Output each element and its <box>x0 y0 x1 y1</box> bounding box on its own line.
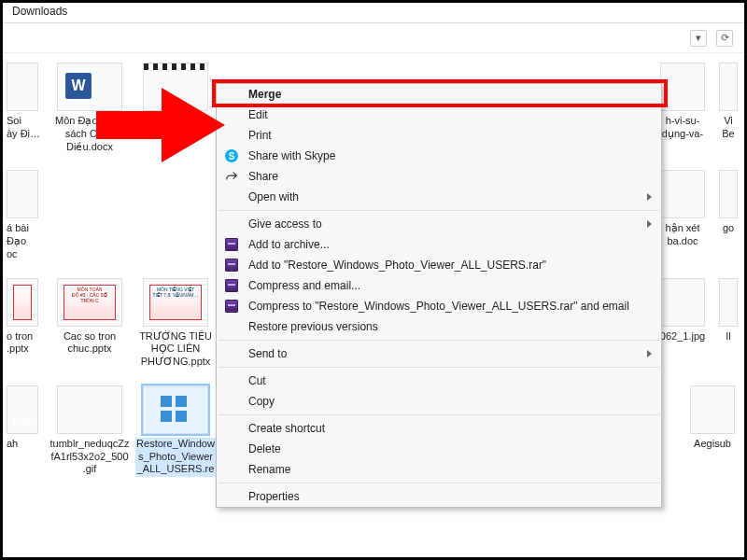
menu-item-cut[interactable]: Cut <box>217 371 661 391</box>
file-label: h-vi-su- dụng-va- <box>662 115 703 141</box>
app-icon <box>690 385 735 434</box>
video-icon <box>143 63 208 111</box>
menu-item-edit[interactable]: Edit <box>217 105 661 125</box>
file-label: Soi ày Đi… <box>7 115 40 141</box>
menu-item-send-to[interactable]: Send to <box>217 343 661 364</box>
file-item[interactable]: 062_1.jpg <box>655 278 711 369</box>
file-item[interactable]: MÔN TOÁN ĐÔ #3 : CÁC SỐ TRÒN C Cac so tr… <box>49 278 130 369</box>
file-item[interactable]: Soi ày Đi… <box>7 63 44 153</box>
skype-icon: S <box>224 148 239 163</box>
winrar-icon <box>224 299 239 314</box>
menu-item-compress-email[interactable]: Compress and email... <box>217 275 661 296</box>
menu-separator <box>218 340 659 341</box>
window-titlebar: Downloads <box>3 3 744 23</box>
file-item[interactable]: go <box>716 170 740 260</box>
menu-item-rename[interactable]: Rename <box>217 459 661 480</box>
file-item[interactable]: hận xét ba.doc <box>655 170 711 260</box>
file-item[interactable]: Il <box>716 278 740 369</box>
toolbar: ▾ ⟳ <box>3 23 744 53</box>
menu-separator <box>218 210 659 211</box>
pptx-icon: MÔN TOÁN ĐÔ #3 : CÁC SỐ TRÒN C <box>57 278 122 327</box>
file-label: TRƯỜNG TIỂU HỌC LIÊN PHƯƠNG.pptx <box>135 330 216 369</box>
pdf-icon <box>7 385 38 434</box>
view-dropdown-button[interactable]: ▾ <box>690 30 707 47</box>
file-label: hận xét ba.doc <box>666 222 700 248</box>
menu-item-merge[interactable]: Merge <box>217 84 661 105</box>
file-label: go <box>723 222 734 235</box>
file-item[interactable]: ah <box>7 385 44 477</box>
file-item[interactable]: videoplayback.mp4 <box>135 63 216 153</box>
file-item[interactable]: á bài Đạo oc <box>7 170 44 260</box>
file-item[interactable]: Môn Đạo đức - sách Cánh Diều.docx <box>49 63 130 153</box>
file-item-selected[interactable]: Restore_Windows_Photo_Viewer_ALL_USERS.r… <box>135 385 216 477</box>
file-label: 062_1.jpg <box>660 330 705 343</box>
menu-item-delete[interactable]: Delete <box>217 439 661 459</box>
menu-item-give-access[interactable]: Give access to <box>217 214 661 234</box>
file-item[interactable]: MÔN TIẾNG VIỆT TIẾT 7,8: VẦN/NĂM… TRƯỜNG… <box>135 278 216 369</box>
pptx-icon <box>7 278 38 327</box>
docx-icon <box>57 63 122 111</box>
winrar-icon <box>224 258 239 273</box>
image-icon <box>660 170 705 218</box>
image-icon <box>660 278 705 327</box>
generic-icon <box>719 278 738 327</box>
file-label: á bài Đạo oc <box>7 222 29 260</box>
menu-separator <box>218 483 659 483</box>
share-icon <box>224 169 239 184</box>
menu-separator <box>218 367 659 368</box>
menu-item-open-with[interactable]: Open with <box>217 187 661 207</box>
menu-item-properties[interactable]: Properties <box>217 486 661 507</box>
reg-icon <box>143 385 208 434</box>
file-label: Aegisub <box>694 438 731 451</box>
menu-separator <box>218 414 659 415</box>
pptx-icon: MÔN TIẾNG VIỆT TIẾT 7,8: VẦN/NĂM… <box>143 278 208 327</box>
file-label: Restore_Windows_Photo_Viewer_ALL_USERS.r… <box>135 438 216 477</box>
doc-icon <box>7 170 38 218</box>
menu-item-add-archive[interactable]: Add to archive... <box>217 234 661 255</box>
file-label: tumblr_neduqcZzfA1rl53x2o2_500.gif <box>49 438 130 476</box>
file-item[interactable]: h-vi-su- dụng-va- <box>655 63 711 153</box>
menu-item-create-shortcut[interactable]: Create shortcut <box>217 418 661 439</box>
context-menu: Merge Edit Print S Share with Skype Shar… <box>216 83 662 508</box>
file-label: Môn Đạo đức - sách Cánh Diều.docx <box>49 115 130 153</box>
generic-icon <box>719 63 738 111</box>
file-item[interactable]: Aegisub <box>684 385 740 477</box>
file-label: ah <box>7 438 18 451</box>
window-title: Downloads <box>12 5 67 18</box>
file-label: Cac so tron chuc.pptx <box>49 330 130 357</box>
image-icon <box>7 63 38 111</box>
image-icon <box>660 63 705 111</box>
file-label: Vi Be <box>722 115 734 141</box>
winrar-icon <box>224 278 239 293</box>
file-label: o tron .pptx <box>7 330 33 357</box>
menu-item-restore-previous[interactable]: Restore previous versions <box>217 316 661 337</box>
menu-item-copy[interactable]: Copy <box>217 391 661 412</box>
file-item[interactable]: tumblr_neduqcZzfA1rl53x2o2_500.gif <box>49 385 130 477</box>
file-label: videoplayback.mp4 <box>135 115 216 141</box>
menu-item-print[interactable]: Print <box>217 125 661 146</box>
menu-item-share[interactable]: Share <box>217 166 661 187</box>
file-label: Il <box>726 330 731 343</box>
gif-icon <box>57 385 122 434</box>
menu-item-compress-rar-email[interactable]: Compress to "Restore_Windows_Photo_Viewe… <box>217 296 661 316</box>
winrar-icon <box>224 237 239 252</box>
file-item[interactable]: Vi Be <box>716 63 740 153</box>
menu-item-add-rar[interactable]: Add to "Restore_Windows_Photo_Viewer_ALL… <box>217 255 661 275</box>
menu-item-share-skype[interactable]: S Share with Skype <box>217 146 661 166</box>
file-item[interactable]: o tron .pptx <box>7 278 44 369</box>
refresh-button[interactable]: ⟳ <box>716 30 733 47</box>
generic-icon <box>719 170 738 218</box>
